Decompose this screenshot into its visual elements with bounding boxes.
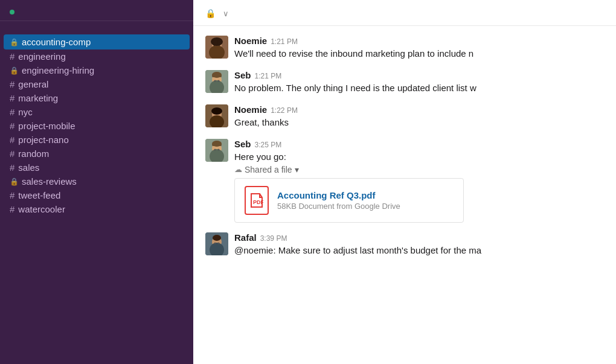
- svg-point-22: [214, 148, 216, 150]
- channel-name-label: project-nano: [18, 135, 68, 145]
- user-status-dot: [10, 10, 14, 14]
- avatar: [205, 139, 228, 162]
- message-text: Great, thanks: [234, 116, 604, 129]
- messages-container[interactable]: Noemie1:21 PMWe'll need to revise the in…: [193, 26, 616, 364]
- sidebar-item-random[interactable]: #random: [0, 147, 193, 161]
- message-header: Rafal3:39 PM: [234, 232, 604, 243]
- sidebar-item-project-nano[interactable]: #project-nano: [0, 133, 193, 147]
- message-content: Seb1:21 PMNo problem. The only thing I n…: [234, 70, 604, 95]
- lock-icon: 🔒: [10, 38, 19, 46]
- sender-name: Seb: [234, 70, 251, 80]
- message-time: 1:21 PM: [255, 72, 282, 80]
- table-row: Seb3:25 PMHere you go:☁Shared a file ▾ P…: [205, 139, 604, 223]
- sidebar-item-marketing[interactable]: #marketing: [0, 91, 193, 105]
- channel-name-label: marketing: [18, 93, 58, 103]
- chat-area: 🔒 ∨ Noemie1:21 PMWe'll need to revise th…: [193, 0, 616, 364]
- channels-list: 🔒accounting-comp#engineering🔒engineering…: [0, 34, 193, 216]
- channel-name-label: engineering: [18, 51, 65, 62]
- message-text: No problem. The only thing I need is the…: [234, 81, 604, 95]
- sidebar-item-sales[interactable]: #sales: [0, 161, 193, 174]
- svg-point-30: [218, 242, 220, 244]
- hash-icon: #: [10, 107, 14, 117]
- file-meta: 58KB Document from Google Drive: [277, 202, 400, 211]
- table-row: Seb1:21 PMNo problem. The only thing I n…: [205, 70, 604, 95]
- message-text: @noemie: Make sure to adjust last month'…: [234, 244, 604, 257]
- message-content: Seb3:25 PMHere you go:☁Shared a file ▾ P…: [234, 139, 604, 223]
- sidebar-item-project-mobile[interactable]: #project-mobile: [0, 119, 193, 133]
- svg-point-3: [211, 37, 223, 46]
- message-header: Noemie1:21 PM: [234, 36, 604, 46]
- channel-name-label: sales: [18, 162, 39, 173]
- avatar: [205, 36, 228, 59]
- shared-file-text: Shared a file: [245, 165, 292, 174]
- message-content: Rafal3:39 PM@noemie: Make sure to adjust…: [234, 232, 604, 257]
- svg-point-29: [214, 242, 216, 244]
- hash-icon: #: [10, 51, 14, 62]
- avatar: [205, 232, 228, 255]
- hash-icon: #: [10, 121, 14, 131]
- channel-name-label: engineering-hiring: [22, 65, 94, 75]
- message-text: Here you go:: [234, 150, 604, 164]
- channel-chevron-icon[interactable]: ∨: [223, 9, 229, 18]
- table-row: Noemie1:21 PMWe'll need to revise the in…: [205, 36, 604, 60]
- channel-name-label: tweet-feed: [18, 190, 60, 200]
- cloud-icon: ☁: [234, 165, 242, 174]
- lock-icon: 🔒: [10, 66, 19, 75]
- file-attachment[interactable]: PDF Accounting Ref Q3.pdf58KB Document f…: [234, 178, 464, 223]
- message-time: 3:39 PM: [260, 234, 287, 243]
- sender-name: Rafal: [234, 232, 257, 243]
- sidebar-item-general[interactable]: #general: [0, 77, 193, 91]
- shared-file-label: ☁Shared a file ▾: [234, 165, 604, 174]
- chat-header[interactable]: 🔒 ∨: [193, 0, 616, 26]
- svg-point-16: [211, 107, 222, 115]
- message-content: Noemie1:22 PMGreat, thanks: [234, 104, 604, 129]
- message-header: Seb3:25 PM: [234, 139, 604, 149]
- workspace-header[interactable]: [0, 0, 193, 21]
- hash-icon: #: [10, 148, 14, 159]
- sidebar: 🔒accounting-comp#engineering🔒engineering…: [0, 0, 193, 364]
- svg-rect-10: [212, 75, 222, 77]
- sidebar-item-engineering[interactable]: #engineering: [0, 49, 193, 63]
- svg-point-5: [217, 40, 221, 46]
- messages-list: Noemie1:21 PMWe'll need to revise the in…: [205, 36, 604, 257]
- workspace-info: [10, 8, 18, 14]
- svg-point-28: [213, 235, 221, 241]
- file-name[interactable]: Accounting Ref Q3.pdf: [277, 190, 400, 200]
- channel-name-label: general: [18, 79, 48, 89]
- svg-point-12: [218, 80, 220, 81]
- message-content: Noemie1:21 PMWe'll need to revise the in…: [234, 36, 604, 60]
- app-container: 🔒accounting-comp#engineering🔒engineering…: [0, 0, 616, 364]
- pdf-icon: PDF: [245, 186, 269, 215]
- message-time: 1:22 PM: [271, 106, 298, 115]
- channel-name-label: random: [18, 148, 49, 159]
- channel-name-label: watercooler: [18, 204, 65, 214]
- channel-name-label: nyc: [18, 107, 32, 117]
- sidebar-item-watercooler[interactable]: #watercooler: [0, 202, 193, 216]
- hash-icon: #: [10, 190, 14, 200]
- channel-name-label: accounting-comp: [22, 37, 91, 47]
- sidebar-item-engineering-hiring[interactable]: 🔒engineering-hiring: [0, 63, 193, 77]
- sidebar-item-accounting-comp[interactable]: 🔒accounting-comp: [4, 34, 190, 49]
- sidebar-item-nyc[interactable]: #nyc: [0, 105, 193, 119]
- avatar: [205, 70, 228, 93]
- sidebar-item-sales-reviews[interactable]: 🔒sales-reviews: [0, 174, 193, 188]
- svg-point-4: [213, 40, 216, 46]
- sidebar-item-tweet-feed[interactable]: #tweet-feed: [0, 188, 193, 202]
- sender-name: Seb: [234, 139, 251, 149]
- hash-icon: #: [10, 162, 14, 173]
- svg-rect-21: [212, 144, 222, 146]
- dropdown-icon[interactable]: ▾: [295, 165, 299, 174]
- channels-section: 🔒accounting-comp#engineering🔒engineering…: [0, 21, 193, 364]
- lock-icon: 🔒: [10, 177, 19, 186]
- avatar: [205, 104, 228, 127]
- table-row: Noemie1:22 PMGreat, thanks: [205, 104, 604, 129]
- channel-name-label: sales-reviews: [22, 176, 77, 187]
- sender-name: Noemie: [234, 36, 267, 46]
- svg-point-11: [214, 80, 216, 81]
- hash-icon: #: [10, 79, 14, 89]
- svg-text:PDF: PDF: [253, 199, 263, 205]
- svg-point-23: [218, 148, 220, 150]
- workspace-user: [10, 10, 18, 14]
- message-header: Noemie1:22 PM: [234, 104, 604, 115]
- hash-icon: #: [10, 204, 14, 214]
